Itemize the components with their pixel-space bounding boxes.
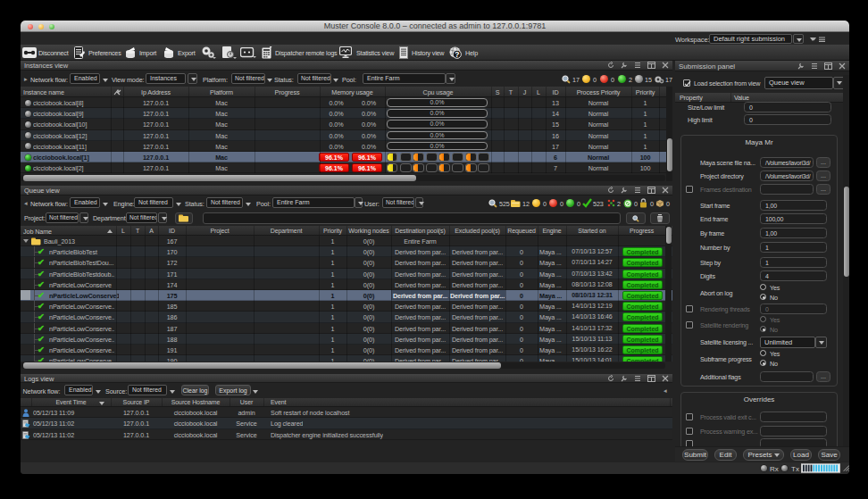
svg-text:?: ? xyxy=(455,50,459,59)
